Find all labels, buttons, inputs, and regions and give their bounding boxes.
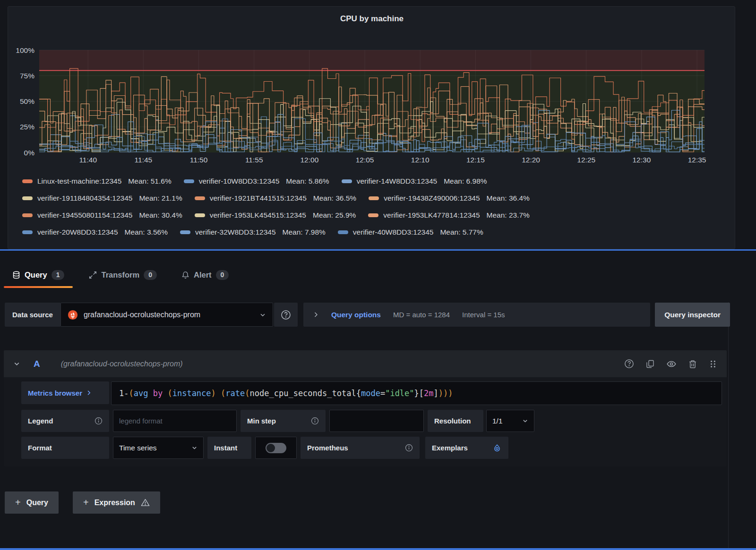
x-axis-tick: 12:05 [356, 156, 374, 164]
query-options-link[interactable]: Query options [331, 311, 381, 319]
legend-item[interactable]: verifier-191184804354:12345Mean: 21.1% [22, 194, 182, 203]
tab-transform[interactable]: Transform 0 [80, 262, 165, 287]
promql-token: 2m [424, 389, 433, 398]
x-axis-tick: 12:10 [411, 156, 430, 164]
series-name: verifier-40W8DD3:12345 [353, 228, 434, 237]
x-axis-tick: 11:45 [135, 156, 153, 164]
trash-icon[interactable] [688, 359, 697, 369]
legend-item[interactable]: verifier-20W8DD3:12345Mean: 3.56% [22, 228, 168, 237]
duplicate-icon[interactable] [645, 359, 655, 369]
promql-token: rate [225, 389, 245, 398]
datasource-help-button[interactable] [274, 303, 298, 327]
chevron-right-icon[interactable] [313, 312, 319, 318]
help-circle-icon[interactable] [624, 359, 634, 369]
legend-item[interactable]: verifier-40W8DD3:12345Mean: 5.77% [338, 228, 483, 237]
legend-format-input[interactable] [113, 410, 237, 432]
query-inspector-button[interactable]: Query inspector [655, 303, 730, 327]
chevron-down-icon [191, 445, 198, 451]
format-value: Time series [119, 444, 157, 452]
min-step-input[interactable] [329, 410, 424, 432]
promql-expression-input[interactable]: 1-(avg by (instance) (rate(node_cpu_seco… [111, 381, 722, 405]
promql-token: { [356, 389, 361, 398]
legend-item[interactable]: verifier-1921BT441515:12345Mean: 36.5% [195, 194, 356, 203]
legend-item[interactable]: verifier-10W8DD3:12345Mean: 5.86% [184, 177, 329, 186]
tab-label: Alert [194, 271, 212, 279]
add-expression-button[interactable]: + Expression [73, 491, 160, 514]
tab-label: Query [25, 271, 47, 279]
series-mean: Mean: 6.98% [444, 177, 487, 186]
x-axis-tick: 11:50 [190, 156, 208, 164]
promql-token [163, 389, 167, 398]
series-name: verifier-19438Z490006:12345 [384, 194, 480, 203]
series-mean: Mean: 21.1% [139, 194, 182, 203]
tab-label: Transform [101, 271, 139, 279]
legend-item[interactable]: Linux-test-machine:12345Mean: 51.6% [22, 177, 172, 186]
y-axis-tick: 50% [20, 97, 34, 105]
promql-token: } [414, 389, 419, 398]
add-query-button[interactable]: + Query [5, 491, 59, 514]
database-icon [12, 271, 20, 279]
series-color-swatch [22, 179, 33, 183]
series-color-swatch [342, 179, 352, 183]
instant-toggle[interactable] [255, 437, 297, 459]
promql-token: ( [129, 389, 133, 398]
series-color-swatch [184, 179, 194, 183]
min-step-field-label: Min step [241, 410, 326, 432]
series-color-swatch [368, 213, 378, 217]
legend-field-label: Legend [21, 410, 109, 432]
legend-item[interactable]: verifier-19438Z490006:12345Mean: 36.4% [369, 194, 530, 203]
tab-query[interactable]: Query 1 [4, 262, 73, 287]
editor-footer-buttons: + Query + Expression [5, 491, 160, 514]
exemplars-eye-icon[interactable] [492, 443, 502, 453]
x-axis-tick: 11:55 [245, 156, 263, 164]
tab-count-badge: 0 [144, 270, 157, 280]
series-name: verifier-10W8DD3:12345 [199, 177, 280, 186]
promql-token [216, 389, 221, 398]
query-tab-bar: Query 1 Transform 0 Alert 0 [4, 262, 237, 287]
interval-info: Interval = 15s [462, 311, 505, 319]
resolution-select[interactable]: 1/1 [486, 410, 534, 432]
tab-alert[interactable]: Alert 0 [173, 262, 237, 287]
eye-icon[interactable] [666, 359, 677, 369]
pane-resize-handle[interactable] [0, 249, 756, 251]
series-mean: Mean: 7.98% [283, 228, 326, 237]
tab-count-badge: 0 [216, 270, 229, 280]
metrics-browser-button[interactable]: Metrics browser [21, 381, 109, 404]
collapse-chevron-icon[interactable] [13, 360, 20, 367]
warning-triangle-icon [141, 498, 150, 507]
toggle-track [266, 443, 286, 453]
series-mean: Mean: 5.86% [286, 177, 329, 186]
series-mean: Mean: 25.9% [313, 211, 356, 220]
info-circle-icon[interactable] [405, 444, 413, 452]
legend-item[interactable]: verifier-194550801154:12345Mean: 30.4% [22, 211, 182, 220]
series-name: verifier-1953LK454515:12345 [210, 211, 306, 220]
info-circle-icon[interactable] [94, 417, 103, 425]
chevron-down-icon [522, 418, 528, 424]
datasource-picker[interactable]: grafanacloud-ocrolustechops-prom [60, 303, 273, 327]
legend-item[interactable]: verifier-1953LK477814:12345Mean: 23.7% [368, 211, 530, 220]
prometheus-label-text: Prometheus [307, 444, 348, 452]
format-select[interactable]: Time series [113, 437, 204, 459]
series-color-swatch [369, 196, 379, 200]
resolution-label-text: Resolution [434, 417, 471, 425]
drag-handle-icon[interactable] [709, 360, 717, 368]
series-color-swatch [338, 230, 348, 234]
cpu-chart-svg[interactable]: 0%25%50%75%100%11:4011:4511:5011:5512:00… [8, 44, 736, 168]
series-color-swatch [180, 230, 190, 234]
datasource-value: grafanacloud-ocrolustechops-prom [84, 311, 254, 319]
series-name: verifier-14W8DD3:12345 [357, 177, 438, 186]
y-axis-tick: 25% [20, 123, 34, 131]
series-name: verifier-191184804354:12345 [37, 194, 132, 203]
series-name: verifier-1953LK477814:12345 [383, 211, 480, 220]
query-editor-body: Metrics browser 1-(avg by (instance) (ra… [4, 377, 727, 459]
right-pane-divider [728, 302, 729, 548]
legend-item[interactable]: verifier-32W8DD3:12345Mean: 7.98% [180, 228, 326, 237]
bottom-resize-handle[interactable] [0, 548, 756, 550]
series-color-swatch [22, 230, 33, 234]
info-circle-icon[interactable] [311, 417, 319, 425]
query-row-header[interactable]: A (grafanacloud-ocrolustechops-prom) [4, 350, 727, 377]
series-mean: Mean: 3.56% [125, 228, 168, 237]
promql-token: ( [245, 389, 249, 398]
legend-item[interactable]: verifier-1953LK454515:12345Mean: 25.9% [195, 211, 356, 220]
legend-item[interactable]: verifier-14W8DD3:12345Mean: 6.98% [342, 177, 487, 186]
